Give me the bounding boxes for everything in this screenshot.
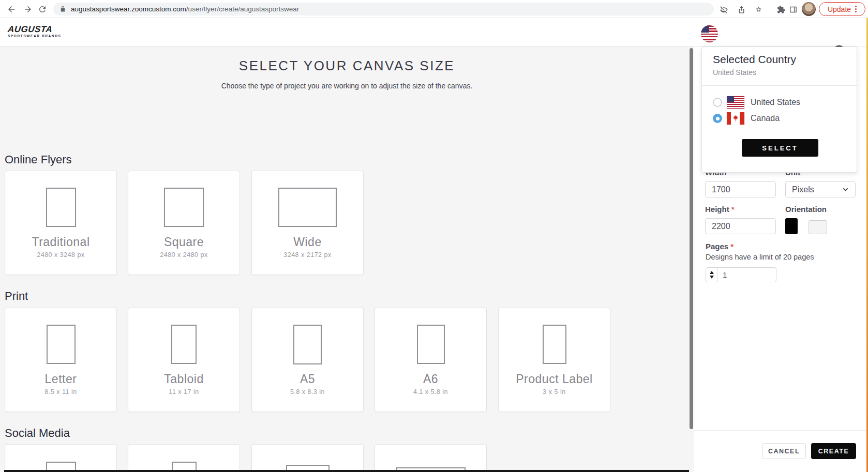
canvas-shape-zone xyxy=(375,325,486,364)
canvas-shape-icon xyxy=(278,188,337,227)
card-dimensions: 3248 x 2172 px xyxy=(252,251,363,258)
card-dimensions: 4.1 x 5.8 in xyxy=(375,388,486,395)
canvas-shape-zone xyxy=(5,325,116,364)
footer-divider xyxy=(694,430,868,431)
stepper-arrows[interactable] xyxy=(706,268,717,282)
canvas-shape-icon xyxy=(164,188,204,227)
canvas-shape-zone xyxy=(128,188,240,227)
side-panel-icon[interactable] xyxy=(787,4,799,15)
canvas-card-a6[interactable]: A64.1 x 5.8 in xyxy=(375,308,487,412)
eye-off-icon[interactable] xyxy=(718,4,729,15)
canvas-size-page: SELECT YOUR CANVAS SIZE Choose the type … xyxy=(0,47,694,472)
back-icon[interactable] xyxy=(6,4,17,15)
canvas-card-wide[interactable]: Wide3248 x 2172 px xyxy=(251,171,364,275)
section-heading-online-flyers: Online Flyers xyxy=(5,153,72,166)
url-text: augustasportswear.zoomcustom.com/user/fl… xyxy=(71,5,299,13)
popover-title: Selected Country xyxy=(713,53,796,66)
height-label: Height* xyxy=(705,205,735,214)
canvas-card-traditional[interactable]: Traditional2480 x 3248 px xyxy=(5,171,117,275)
pages-input[interactable] xyxy=(717,268,776,282)
browser-profile-avatar[interactable] xyxy=(802,2,816,16)
popover-current-country: United States xyxy=(713,68,756,77)
country-option-canada[interactable]: Canada xyxy=(713,112,847,125)
page-title: SELECT YOUR CANVAS SIZE xyxy=(0,58,694,74)
canvas-card-facebook-post[interactable]: Facebook Post xyxy=(251,444,364,472)
canvas-shape-zone xyxy=(499,325,610,364)
canvas-card-square[interactable]: Square2480 x 2480 px xyxy=(128,171,240,275)
extensions-icon[interactable] xyxy=(775,4,786,15)
width-input[interactable] xyxy=(705,181,776,197)
radio-canada[interactable] xyxy=(713,114,722,123)
canada-flag-icon xyxy=(727,112,744,125)
canvas-shape-icon xyxy=(417,325,445,364)
card-dimensions: 3 x 5 in xyxy=(499,388,610,395)
browser-window: augustasportswear.zoomcustom.com/user/fl… xyxy=(0,0,868,472)
card-dimensions: 5.8 x 8.3 in xyxy=(252,388,363,395)
chrome-menu-icon[interactable] xyxy=(855,6,857,12)
canvas-card-instagram[interactable]: Instagram xyxy=(5,444,117,472)
url-bar[interactable]: augustasportswear.zoomcustom.com/user/fl… xyxy=(53,3,714,16)
page-subtitle: Choose the type of project you are worki… xyxy=(0,82,694,90)
canvas-shape-zone xyxy=(252,188,363,227)
orientation-portrait-button[interactable] xyxy=(785,218,798,234)
chrome-update-button[interactable]: Update xyxy=(819,2,865,16)
share-icon[interactable] xyxy=(736,4,747,15)
create-button[interactable]: CREATE xyxy=(811,443,856,459)
canvas-shape-zone xyxy=(5,188,116,227)
canvas-card-facebook-cover[interactable]: Facebook Cover xyxy=(375,444,487,472)
canvas-shape-zone xyxy=(128,325,240,364)
canvas-shape-zone xyxy=(252,325,363,364)
popover-divider xyxy=(702,85,858,86)
canvas-card-a5[interactable]: A55.8 x 8.3 in xyxy=(251,308,364,412)
country-option-united-states[interactable]: United States xyxy=(713,96,847,109)
horizontal-scrollbar[interactable] xyxy=(4,470,689,472)
canvas-card-letter[interactable]: Letter8.5 x 11 in xyxy=(5,308,117,412)
card-label: Square xyxy=(128,235,240,249)
canvas-shape-icon xyxy=(47,325,76,364)
select-country-button[interactable]: SELECT xyxy=(742,139,818,157)
country-flag-button[interactable] xyxy=(701,25,718,42)
site-header: AUGUSTA SPORTSWEAR BRANDS A Augusta Spor… xyxy=(0,18,868,47)
canvas-shape-icon xyxy=(543,325,566,364)
card-dimensions: 11 x 17 in xyxy=(128,388,240,395)
card-label: Product Label xyxy=(499,372,610,386)
height-input[interactable] xyxy=(705,218,776,234)
card-dimensions: 2480 x 2480 px xyxy=(128,251,240,258)
canvas-card-product-label[interactable]: Product Label3 x 5 in xyxy=(498,308,610,412)
us-flag-icon xyxy=(727,96,744,109)
card-label: Wide xyxy=(252,235,363,249)
increment-icon[interactable] xyxy=(710,271,714,274)
card-dimensions: 2480 x 3248 px xyxy=(5,251,116,258)
cancel-button[interactable]: CANCEL xyxy=(762,443,806,459)
pages-stepper xyxy=(706,267,776,282)
pages-label: Pages* xyxy=(706,242,734,251)
card-dimensions: 8.5 x 11 in xyxy=(5,388,116,395)
bookmark-star-icon[interactable] xyxy=(753,4,764,15)
radio-united-states[interactable] xyxy=(713,98,722,107)
country-popover: Selected Country United States United St… xyxy=(701,47,857,173)
unit-select[interactable]: Pixels xyxy=(785,181,856,197)
decrement-icon[interactable] xyxy=(710,276,714,279)
logo-line1: AUGUSTA xyxy=(7,25,62,34)
forward-icon[interactable] xyxy=(22,4,34,15)
logo-line2: SPORTSWEAR BRANDS xyxy=(8,35,61,38)
us-flag-canton xyxy=(701,25,709,33)
card-label: Tabloid xyxy=(128,372,240,386)
canvas-shape-icon xyxy=(293,325,322,364)
card-label: Letter xyxy=(5,372,116,386)
card-label: Traditional xyxy=(5,235,116,249)
browser-toolbar: augustasportswear.zoomcustom.com/user/fl… xyxy=(0,0,868,18)
augusta-logo[interactable]: AUGUSTA SPORTSWEAR BRANDS xyxy=(8,25,61,38)
canvas-shape-icon xyxy=(171,325,197,364)
canvas-shape-icon xyxy=(46,188,76,227)
card-label: A6 xyxy=(375,372,486,386)
reload-icon[interactable] xyxy=(37,4,48,15)
section-heading-social-media: Social Media xyxy=(5,427,70,440)
section-heading-print: Print xyxy=(5,290,28,303)
chevron-down-icon xyxy=(842,186,849,193)
orientation-label: Orientation xyxy=(785,205,827,214)
canvas-card-fb-single-image[interactable]: FB Single Image xyxy=(128,444,240,472)
orientation-landscape-button[interactable] xyxy=(809,220,827,234)
canvas-card-tabloid[interactable]: Tabloid11 x 17 in xyxy=(128,308,240,412)
vertical-scrollbar-thumb[interactable] xyxy=(690,48,693,429)
